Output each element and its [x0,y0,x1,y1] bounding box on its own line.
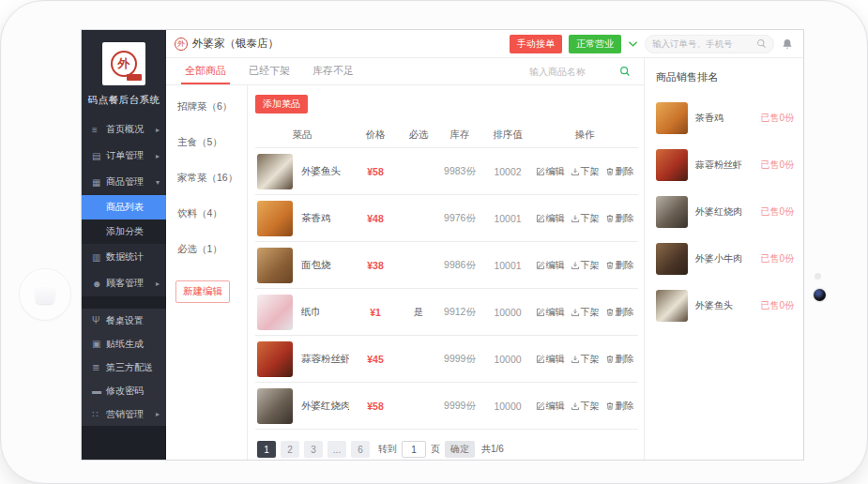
dish-image [656,243,688,275]
dish-image [656,149,688,181]
off-shelf-button[interactable]: 下架 [571,353,600,366]
delete-button[interactable]: 删除 [605,400,634,413]
category-item[interactable]: 主食（5） [166,136,247,172]
home-button[interactable] [20,269,70,320]
page-button[interactable]: ... [327,441,346,458]
sold-count: 已售0份 [760,205,794,219]
notification-bell-icon[interactable] [781,38,794,51]
sidebar-item[interactable]: ∷ 营销管理 ▸ [82,402,166,426]
price-cell: ¥1 [349,307,402,318]
price-cell: ¥45 [349,354,402,365]
delete-button[interactable]: 删除 [605,353,634,366]
product-search[interactable] [529,66,631,77]
edit-button[interactable]: 编辑 [536,306,565,319]
tab[interactable]: 库存不足 [309,58,358,84]
ranking-item: 外婆鱼头 已售0份 [645,282,803,329]
category-item[interactable]: 必选（1） [166,243,247,279]
category-item[interactable]: 招牌菜（6） [166,100,247,136]
page-button[interactable]: 2 [281,441,299,458]
dish-name: 面包烧 [301,259,331,272]
category-item[interactable]: 家常菜（16） [166,172,247,207]
edit-button[interactable]: 编辑 [536,259,565,272]
table-setting-icon: Ψ [92,315,106,325]
app-logo: 外 [102,42,145,85]
sidebar-item[interactable]: ▦ 商品管理 ▾ [82,169,166,195]
search-icon [756,38,767,49]
sidebar-item[interactable]: 商品列表 [82,195,166,219]
new-edit-button[interactable]: 新建编辑 [175,280,230,303]
ranking-list: 茶香鸡 已售0份 蒜蓉粉丝虾 已售0份 [645,95,803,329]
delete-button[interactable]: 删除 [605,165,634,178]
edit-button[interactable]: 编辑 [536,212,565,225]
status-chevron-down-icon[interactable] [628,40,638,48]
search-icon[interactable] [619,66,631,77]
sidebar-item[interactable]: ▣ 贴纸生成 [82,332,166,355]
dish-image [257,341,293,377]
header-stock: 库存 [435,129,484,142]
category-list: 招牌菜（6） 主食（5） 家常菜（16） 饮料（4） 必选（1） [166,85,248,460]
header-actions: 操作 [531,129,638,142]
actions-cell: 编辑 下架 [531,306,638,319]
sidebar-item[interactable]: ≡ 首页概况 ▸ [82,116,166,143]
chevron-icon: ▸ [156,152,160,160]
tabs: 全部商品 已经下架 库存不足 [166,58,358,84]
tab[interactable]: 已经下架 [245,58,294,84]
dish-name: 外婆鱼头 [301,165,341,178]
actions-cell: 编辑 下架 [531,353,638,366]
page-button[interactable]: 1 [257,441,276,458]
product-search-input[interactable] [529,67,614,77]
sold-count: 已售0份 [760,159,794,172]
product-manage-icon: ▦ [92,177,106,188]
page-button[interactable]: 3 [304,441,323,458]
actions-cell: 编辑 下架 [531,212,638,225]
goto-page-input[interactable] [402,441,426,458]
ranking-title: 商品销售排名 [645,58,803,95]
sidebar-item[interactable]: ▥ 数据统计 [82,244,166,270]
off-shelf-button[interactable]: 下架 [571,306,600,319]
delete-button[interactable]: 删除 [605,259,634,272]
edit-button[interactable]: 编辑 [536,400,565,413]
off-shelf-button[interactable]: 下架 [571,165,600,178]
chevron-icon: ▸ [156,280,160,288]
off-shelf-button[interactable]: 下架 [571,212,600,225]
sidebar-item[interactable]: 添加分类 [82,219,166,244]
sidebar-item[interactable]: ≣ 第三方配送 [82,355,166,379]
price-cell: ¥58 [349,401,402,412]
delete-button[interactable]: 删除 [605,306,634,319]
category-item[interactable]: 饮料（4） [166,207,247,243]
table-row: 面包烧 ¥38 9986份 10001 [255,241,638,288]
edit-button[interactable]: 编辑 [536,353,565,366]
order-search[interactable] [645,35,774,53]
manual-order-button[interactable]: 手动接单 [510,35,562,53]
sidebar-item[interactable]: ▤ 订单管理 ▸ [82,143,166,169]
page-unit-label: 页 [431,443,440,456]
page-button[interactable]: 6 [351,441,370,458]
home-button-square [36,285,54,304]
header-required: 必选 [402,129,435,142]
sold-count: 已售0份 [760,299,794,312]
delete-button[interactable]: 删除 [605,212,634,225]
add-dish-button[interactable]: 添加菜品 [255,95,308,113]
dish-image [656,196,688,228]
tab[interactable]: 全部商品 [181,58,230,84]
sidebar-menu-secondary: Ψ 餐桌设置 ▣ 贴纸生成 ≣ 第三方配送 [82,309,166,426]
off-shelf-button[interactable]: 下架 [571,259,600,272]
marketing-manage-icon: ∷ [92,409,106,419]
business-status-button[interactable]: 正常营业 [569,35,621,53]
ranking-dish-name: 外婆鱼头 [695,299,733,312]
ranking-dish-name: 外婆小牛肉 [695,252,742,265]
edit-button[interactable]: 编辑 [536,165,565,178]
sidebar-item[interactable]: ▬ 修改密码 [82,379,166,402]
header-price: 价格 [349,129,402,142]
sidebar-item-label: 第三方配送 [106,361,160,374]
table-header: 菜品 价格 必选 库存 排序值 操作 [255,123,638,147]
sidebar-item[interactable]: Ψ 餐桌设置 [82,309,166,332]
sidebar-item-label: 商品管理 [106,175,156,189]
store-name: 外婆家（银泰店） [192,37,279,51]
goto-confirm-button[interactable]: 确定 [445,441,475,458]
order-search-input[interactable] [652,38,756,49]
third-party-delivery-icon: ≣ [92,362,106,372]
dish-cell: 蒜蓉粉丝虾 [255,341,349,377]
off-shelf-button[interactable]: 下架 [571,400,600,413]
sidebar-item[interactable]: ☻ 顾客管理 ▸ [82,270,166,296]
